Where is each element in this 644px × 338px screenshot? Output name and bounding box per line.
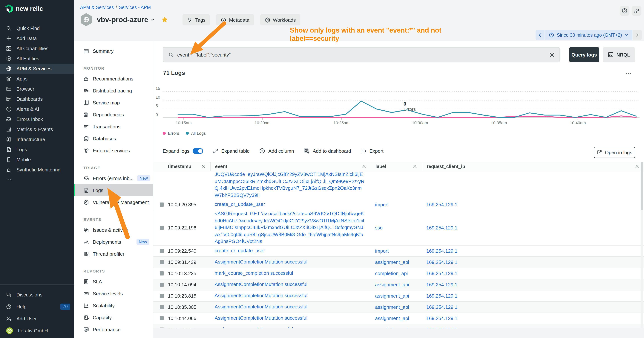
subnav-item-vulnerability-management[interactable]: Vulnerability Management — [74, 196, 153, 208]
permalink-button[interactable] — [632, 6, 642, 16]
event-link[interactable]: AssignmentCompletionMutation successful — [215, 315, 308, 321]
event-link[interactable]: mark_course_completion successful — [215, 270, 293, 276]
subnav-item-summary[interactable]: Summary — [74, 45, 153, 57]
expand-table-button[interactable]: Expand table — [212, 148, 250, 154]
subnav-item-deployments[interactable]: DeploymentsNew — [74, 236, 153, 248]
ip-link[interactable]: 169.254.129.1 — [426, 282, 458, 287]
sidebar-item-metrics-events[interactable]: Metrics & Events — [0, 124, 74, 134]
subnav-item-service-levels[interactable]: Service levels — [74, 287, 153, 299]
event-link[interactable]: create_or_update_user — [215, 248, 265, 253]
sidebar-item-add-user[interactable]: Add User — [0, 312, 74, 324]
event-link[interactable]: <ASGIRequest: GET '/sso/callback/?state=… — [215, 211, 364, 244]
sidebar-item-mobile[interactable]: Mobile — [0, 155, 74, 165]
nrql-button[interactable]: NRQL — [603, 47, 635, 62]
sidebar-item-discussions[interactable]: Discussions — [0, 289, 74, 300]
sidebar-item-more[interactable] — [0, 175, 74, 185]
export-button[interactable]: Export — [361, 148, 384, 154]
clear-query-icon[interactable] — [549, 52, 555, 58]
subnav-item-scalability[interactable]: Scalability — [74, 299, 153, 311]
label-link[interactable]: assignment_api — [375, 315, 409, 321]
search-input[interactable]: event:* -"label":"security" — [177, 52, 231, 58]
sidebar-item-dashboards[interactable]: Dashboards — [0, 94, 74, 104]
column-header-label[interactable]: label — [371, 162, 422, 171]
event-link[interactable]: AssignmentCompletionMutation successful — [215, 293, 308, 298]
new-relic-logo[interactable]: new relic — [5, 4, 43, 14]
close-icon[interactable] — [412, 164, 417, 169]
subnav-item-errors-errors-inb-[interactable]: Errors (errors inb...New — [74, 172, 153, 184]
sidebar-item-apm-services[interactable]: APM & Services — [0, 64, 74, 74]
ip-link[interactable]: 169.254.129.1 — [426, 293, 458, 298]
log-query-bar[interactable]: event:* -"label":"security" — [163, 47, 560, 62]
label-link[interactable]: assignment_api — [375, 304, 409, 310]
subnav-item-thread-profiler[interactable]: Thread profiler — [74, 248, 153, 260]
subnav-item-distributed-tracing[interactable]: Distributed tracing — [74, 85, 153, 97]
subnav-item-performance[interactable]: Performance — [74, 323, 153, 335]
sidebar-item-quick-find[interactable]: Quick Find — [0, 23, 74, 33]
expand-logs-toggle[interactable] — [192, 148, 203, 154]
event-link[interactable]: create_or_update_user — [215, 202, 265, 207]
ip-link[interactable]: 169.254.129.1 — [426, 202, 458, 207]
label-link[interactable]: assignment_api — [375, 293, 409, 298]
column-header-request-client-ip[interactable]: request_client_ip — [422, 162, 644, 171]
subnav-item-capacity[interactable]: Capacity — [74, 311, 153, 323]
label-link[interactable]: sso — [375, 225, 382, 231]
sidebar-item-iterativ-gmbh[interactable]: Iterativ GmbH — [0, 324, 74, 336]
label-link[interactable]: completion_api — [375, 270, 408, 276]
sidebar-item-all-capabilities[interactable]: All Capabilities — [0, 44, 74, 54]
breadcrumb-apm-services[interactable]: APM & Services — [80, 5, 114, 10]
sidebar-item-alerts-ai[interactable]: Alerts & AI — [0, 104, 74, 114]
ip-link[interactable]: 169.254.129.1 — [426, 248, 458, 254]
workloads-button[interactable]: Workloads — [260, 14, 300, 26]
tags-button[interactable]: Tags — [182, 14, 210, 26]
event-link[interactable]: AssignmentCompletionMutation successful — [215, 259, 308, 265]
subnav-item-recommendations[interactable]: Recommendations — [74, 73, 153, 85]
query-logs-button[interactable]: Query logs — [569, 47, 599, 62]
label-link[interactable]: assignment_api — [375, 259, 409, 265]
column-header-timestamp[interactable]: timestamp — [153, 162, 210, 171]
ip-link[interactable]: 169.254.129.1 — [426, 315, 458, 321]
add-column-button[interactable]: Add column — [259, 148, 294, 154]
sidebar-item-synthetic-monitoring[interactable]: Synthetic Monitoring — [0, 165, 74, 175]
more-menu-icon[interactable] — [625, 70, 632, 77]
label-link[interactable]: assignment_api — [375, 282, 409, 287]
label-link[interactable]: import — [375, 202, 388, 207]
table-scrollbar-thumb[interactable] — [641, 162, 643, 210]
label-link[interactable]: import — [375, 248, 388, 254]
subnav-item-external-services[interactable]: External services — [74, 145, 153, 156]
ip-link[interactable]: 169.254.129.1 — [426, 259, 458, 265]
add-to-dashboard-button[interactable]: Add to dashboard — [304, 148, 351, 154]
time-range-button[interactable]: Since 30 minutes ago (GMT+2) — [545, 30, 632, 40]
close-icon[interactable] — [201, 164, 206, 169]
sidebar-item-logs[interactable]: Logs — [0, 145, 74, 155]
event-link[interactable]: AssignmentCompletionMutation successful — [215, 304, 308, 309]
legend-errors[interactable]: Errors — [163, 131, 179, 136]
ip-link[interactable]: 169.254.129.1 — [426, 270, 458, 276]
ip-link[interactable]: 169.254.129.1 — [426, 225, 458, 231]
breadcrumb-services-apm[interactable]: Services - APM — [119, 5, 151, 10]
subnav-item-service-map[interactable]: Service map — [74, 97, 153, 109]
open-in-logs-button[interactable]: Open in logs — [594, 147, 635, 158]
subnav-item-transactions[interactable]: Transactions — [74, 121, 153, 133]
subnav-item-dependencies[interactable]: Dependencies — [74, 109, 153, 121]
ip-link[interactable]: 169.254.129.1 — [426, 304, 458, 310]
close-icon[interactable] — [362, 164, 366, 169]
sidebar-item-apps[interactable]: Apps — [0, 74, 74, 84]
sidebar-item-browser[interactable]: Browser — [0, 84, 74, 94]
help-button[interactable] — [620, 6, 630, 16]
time-back-button[interactable] — [536, 30, 544, 40]
subnav-item-logs[interactable]: Logs — [74, 184, 153, 196]
close-icon[interactable] — [635, 164, 640, 169]
sidebar-item-help[interactable]: Help70 — [0, 300, 74, 312]
favorite-star-icon[interactable] — [161, 16, 168, 23]
sidebar-item-all-entities[interactable]: All Entities — [0, 54, 74, 64]
legend-all-logs[interactable]: All Logs — [186, 131, 206, 136]
subnav-item-issues-activity[interactable]: Issues & activity — [74, 224, 153, 236]
event-link[interactable]: JUQVU&code=eyJraWQiOiJjcGltY29yZV8wOTl1M… — [215, 171, 364, 198]
subnav-item-databases[interactable]: Databases — [74, 133, 153, 145]
sidebar-item-add-data[interactable]: Add Data — [0, 33, 74, 44]
metadata-button[interactable]: Metadata — [216, 14, 254, 26]
column-header-event[interactable]: event — [210, 162, 371, 171]
table-scrollbar[interactable] — [641, 162, 643, 328]
event-link[interactable]: AssignmentCompletionMutation successful — [215, 281, 308, 287]
sidebar-item-infrastructure[interactable]: Infrastructure — [0, 134, 74, 145]
